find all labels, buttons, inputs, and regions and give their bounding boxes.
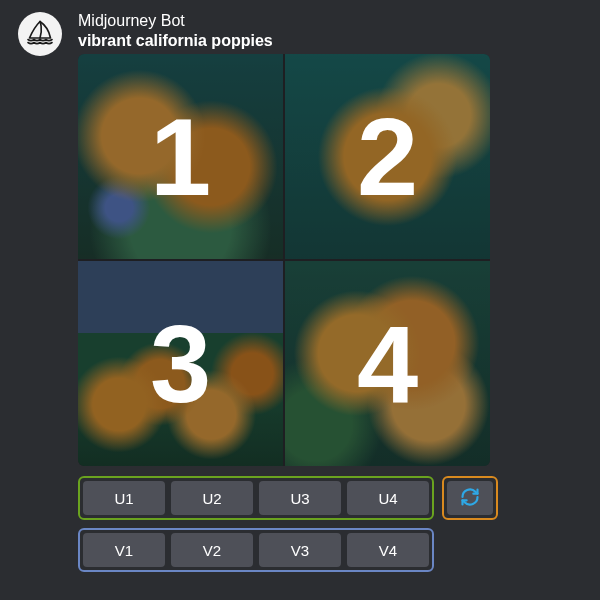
bot-avatar [18,12,62,56]
refresh-icon [460,487,480,510]
reroll-button[interactable] [447,481,493,515]
image-grid[interactable]: 1 2 3 4 [78,54,490,466]
action-buttons: U1 U2 U3 U4 [78,476,582,572]
upscale-4-button[interactable]: U4 [347,481,429,515]
image-quadrant-2[interactable]: 2 [285,54,490,259]
variation-group: V1 V2 V3 V4 [78,528,434,572]
quadrant-number: 1 [150,102,211,212]
variation-row: V1 V2 V3 V4 [78,528,582,572]
quadrant-number: 2 [357,102,418,212]
upscale-row: U1 U2 U3 U4 [78,476,582,520]
quadrant-number: 4 [357,309,418,419]
sailboat-icon [25,17,55,51]
message: Midjourney Bot vibrant california poppie… [0,0,600,572]
bot-name: Midjourney Bot [78,12,582,30]
variation-4-button[interactable]: V4 [347,533,429,567]
upscale-2-button[interactable]: U2 [171,481,253,515]
upscale-1-button[interactable]: U1 [83,481,165,515]
image-quadrant-4[interactable]: 4 [285,261,490,466]
image-quadrant-1[interactable]: 1 [78,54,283,259]
image-quadrant-3[interactable]: 3 [78,261,283,466]
quadrant-number: 3 [150,309,211,419]
variation-3-button[interactable]: V3 [259,533,341,567]
message-content: Midjourney Bot vibrant california poppie… [78,12,582,572]
upscale-group: U1 U2 U3 U4 [78,476,434,520]
variation-2-button[interactable]: V2 [171,533,253,567]
prompt-text: vibrant california poppies [78,32,582,50]
reroll-group [442,476,498,520]
upscale-3-button[interactable]: U3 [259,481,341,515]
variation-1-button[interactable]: V1 [83,533,165,567]
